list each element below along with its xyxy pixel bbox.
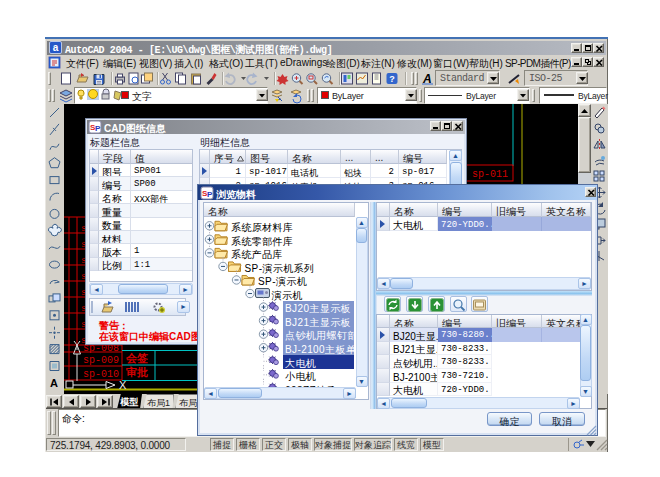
svg-text:审批: 审批 — [126, 366, 148, 378]
svg-text:A: A — [50, 377, 58, 389]
svg-text:sp-009: sp-009 — [83, 355, 119, 366]
svg-text:P: P — [207, 190, 213, 199]
svg-text:会签: 会签 — [125, 352, 148, 364]
svg-text:P: P — [95, 124, 101, 133]
svg-text:sp-011: sp-011 — [472, 169, 508, 180]
svg-text:X: X — [119, 379, 127, 391]
svg-text:sp-010: sp-010 — [83, 369, 119, 380]
